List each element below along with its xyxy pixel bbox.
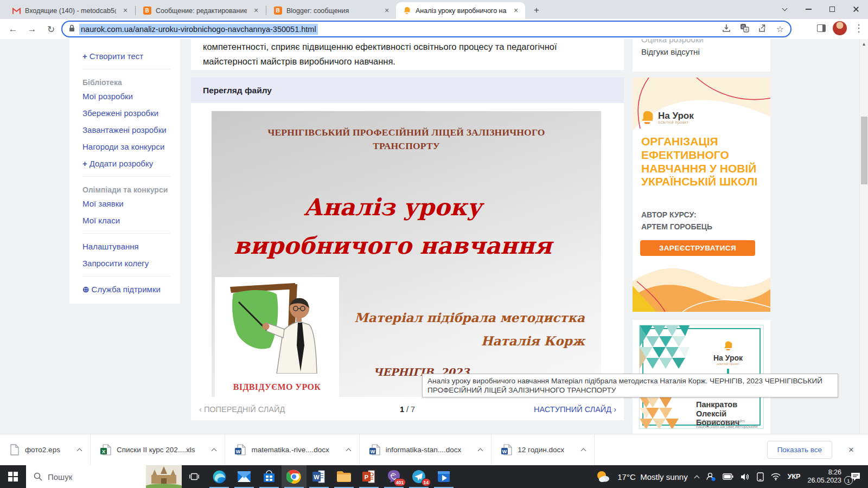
sidebar-heading-library: Бібліотека [82,74,170,88]
battery-icon[interactable] [723,473,733,480]
word-file-icon: W [235,444,246,455]
downloads-bar: фото2.eps X Списки ІІ курс 202....xls W … [0,434,868,465]
tab-separator [135,6,136,15]
download-item[interactable]: W 12 годин.docx [492,434,595,465]
hidden-icons-chevron[interactable] [694,475,699,480]
blogger-icon: B [273,7,282,15]
taskbar-app-viber[interactable]: 401 [381,465,406,488]
language-indicator[interactable]: УКР [788,473,801,480]
taskbar-app-edge[interactable] [207,465,232,488]
your-phone-icon[interactable] [757,472,764,481]
tab-close-icon[interactable]: × [120,6,130,16]
share-icon[interactable] [758,24,767,35]
chevron-up-icon[interactable] [478,448,483,454]
word-file-icon: W [501,444,512,455]
sidebar-item-my-classes[interactable]: Мої класи [82,212,170,229]
profile-avatar[interactable] [833,21,847,35]
download-icon[interactable] [722,24,731,35]
wifi-icon[interactable] [771,473,781,480]
weather-icon[interactable] [596,470,610,483]
taskbar-app-word[interactable]: W [307,465,331,488]
taskbar-app-telegram[interactable]: 14 [406,465,431,488]
sidebar-heading-olympiads: Олімпіади та конкурси [82,181,170,195]
download-item[interactable]: W informatika-stan....docx [360,434,492,465]
sidebar-item-contest-awards[interactable]: Нагороди за конкурси [82,138,170,155]
slide-title: Аналіз уроку виробничого навчання [212,188,574,265]
weather-text[interactable]: 17°C Mostly sunny [617,472,687,481]
close-window-button[interactable] [844,0,868,18]
url-text[interactable]: naurok.com.ua/analiz-uroku-virobnichogo-… [79,24,318,35]
new-tab-button[interactable]: + [529,3,544,17]
sidebar-item-support[interactable]: ⊕Служба підтримки [82,281,170,298]
task-view-button[interactable] [182,465,207,488]
page-scrollbar[interactable]: ▲ [859,39,868,434]
rating-value: Відгуки відсутні [641,47,762,56]
reload-button[interactable]: ↻ [43,22,59,37]
scroll-up-arrow[interactable]: ▲ [860,39,868,47]
course-ad-banner[interactable]: На Урок освітній проект ОРГАНІЗАЦІЯ ЕФЕК… [633,78,770,312]
site-sidebar: +Створити тест Бібліотека Мої розробки З… [69,39,180,304]
taskbar-clock[interactable]: 8:26 26.05.2023 [807,468,841,485]
svg-text:W: W [236,449,241,454]
start-button[interactable] [0,465,26,488]
side-panel-icon[interactable] [817,24,826,32]
back-button[interactable]: ← [5,22,21,37]
sidebar-item-add-work[interactable]: +Додати розробку [82,155,170,172]
search-input[interactable] [48,472,118,481]
tab-close-icon[interactable]: × [511,6,521,16]
register-button[interactable]: ЗАРЕЄСТРУВАТИСЯ [640,240,755,256]
minimize-button[interactable] [796,0,820,18]
tab-close-icon[interactable]: × [382,6,392,16]
taskbar-app-movies[interactable] [431,465,456,488]
sidebar-item-my-works[interactable]: Мої розробки [82,88,170,105]
tab-blogger-edit[interactable]: B Сообщение: редактирование × [136,2,265,19]
action-center-button[interactable]: 1 [848,470,863,484]
toolbar-right: ⋮ [817,21,864,35]
tab-search-chevron-icon[interactable] [773,0,796,18]
tab-naurok-active[interactable]: Аналіз уроку виробничого нав × [396,2,525,19]
sidebar-item-saved-works[interactable]: Збережені розробки [82,105,170,121]
download-item[interactable]: X Списки ІІ курс 202....xls [91,434,226,465]
chevron-up-icon[interactable] [346,448,351,454]
menu-dots-icon[interactable]: ⋮ [854,22,864,34]
download-file-name: informatika-stan....docx [386,446,462,454]
bookmark-star-icon[interactable]: ☆ [776,24,784,34]
sidebar-item-create-test[interactable]: +Створити тест [82,48,170,65]
maximize-button[interactable] [820,0,844,18]
tab-blogger-posts[interactable]: B Blogger: сообщения × [267,2,396,19]
windows-taskbar: W P 401 14 17°C Mostly sunny УКР 8:26 [0,465,868,488]
download-item[interactable]: W matematika.-rive....docx [225,434,359,465]
tab-label: Аналіз уроку виробничого нав [416,7,507,15]
sidebar-item-uploaded-works[interactable]: Завантажені розробки [82,121,170,138]
sidebar-item-settings[interactable]: Налаштування [82,238,170,255]
taskbar-app-explorer[interactable] [331,465,356,488]
close-downloads-bar-icon[interactable]: × [848,445,854,455]
download-item[interactable]: фото2.eps [0,434,91,465]
chevron-up-icon[interactable] [76,448,82,454]
rating-heading: Оцінка розробки [641,39,762,44]
plus-icon: + [82,52,87,61]
ad-top-decoration [633,78,770,137]
show-all-downloads-button[interactable]: Показать все [767,441,832,459]
tab-label: Входящие (140) - metodcab5@g [25,7,116,15]
scrollbar-thumb[interactable] [861,117,867,184]
chevron-up-icon[interactable] [581,448,586,454]
tab-close-icon[interactable]: × [251,6,261,16]
speaker-icon[interactable] [741,473,750,481]
next-slide-link[interactable]: НАСТУПНИЙ СЛАЙД › [534,405,616,414]
address-bar[interactable]: naurok.com.ua/analiz-uroku-virobnichogo-… [61,21,792,37]
taskbar-app-mail[interactable] [232,465,257,488]
forward-button[interactable]: → [24,22,40,37]
translate-icon[interactable]: Gя [740,23,749,35]
taskbar-app-chrome[interactable] [282,465,307,488]
taskbar-app-store[interactable] [257,465,282,488]
sidebar-item-invite-colleague[interactable]: Запросити колегу [82,255,170,272]
tab-gmail[interactable]: Входящие (140) - metodcab5@g × [5,2,135,19]
taskbar-app-powerpoint[interactable]: P [356,465,381,488]
meet-now-icon[interactable] [706,472,716,481]
search-highlight-image[interactable] [146,465,182,488]
download-file-name: matematika.-rive....docx [251,446,329,454]
taskbar-search[interactable] [26,465,182,488]
sidebar-item-my-applications[interactable]: Мої заявки [82,195,170,212]
chevron-up-icon[interactable] [212,448,217,454]
